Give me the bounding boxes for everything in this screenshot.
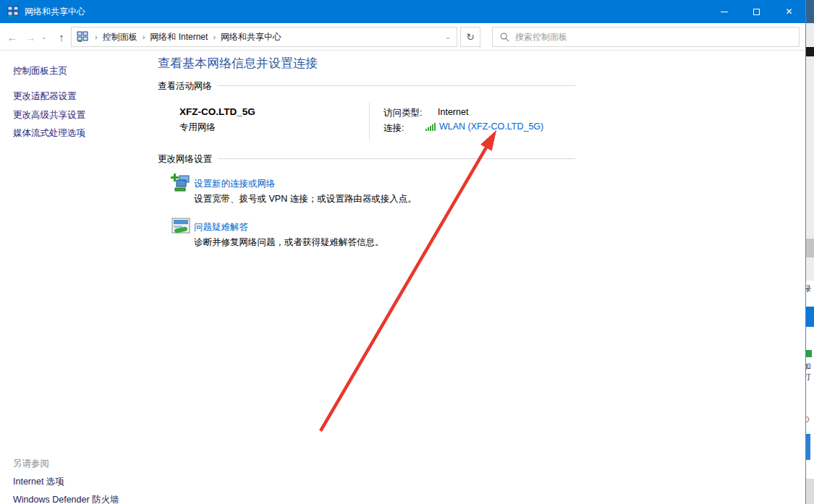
wifi-signal-icon [425, 122, 436, 131]
window-controls: ✕ [708, 0, 805, 23]
section-active-networks: 查看活动网络 [158, 80, 218, 93]
wlan-connection-text: WLAN (XFZ-CO.LTD_5G) [439, 121, 543, 132]
section-change-settings: 更改网络设置 [158, 153, 218, 166]
red-arrow-annotation [0, 0, 814, 504]
address-dropdown-chevron-icon[interactable]: ⌄ [439, 33, 457, 40]
window-title: 网络和共享中心 [25, 6, 85, 18]
close-button[interactable]: ✕ [773, 0, 805, 23]
internet-options-link[interactable]: Internet 选项 [13, 476, 64, 488]
edge-fragment [806, 47, 814, 56]
network-sharing-center-window: 网络和共享中心 ✕ ← → ⌄ ↑ › 控制面板 › [0, 0, 814, 504]
network-info-divider [369, 103, 370, 140]
wlan-connection-link[interactable]: WLAN (XFZ-CO.LTD_5G) [425, 121, 543, 132]
breadcrumb-separator: › [211, 33, 218, 41]
breadcrumb-network-sharing-center[interactable]: 网络和共享中心 [218, 31, 284, 43]
see-also-label: 另请参阅 [13, 458, 49, 470]
troubleshoot-link[interactable]: 问题疑难解答 [194, 221, 248, 234]
network-name: XFZ-CO.LTD_5G [179, 106, 255, 117]
minimize-button[interactable] [708, 0, 740, 23]
network-app-icon [7, 6, 19, 17]
troubleshoot-desc: 诊断并修复网络问题，或者获得疑难解答信息。 [194, 236, 384, 249]
title-bar: 网络和共享中心 ✕ [0, 0, 805, 23]
edge-fragment [806, 434, 810, 460]
network-profile: 专用网络 [179, 121, 216, 134]
minimize-icon [721, 12, 728, 12]
forward-button[interactable]: → [22, 23, 39, 51]
sidebar-item-media-streaming-options[interactable]: 媒体流式处理选项 [13, 127, 85, 140]
breadcrumb-separator: › [140, 33, 148, 41]
breadcrumb-network-internet[interactable]: 网络和 Internet [147, 31, 211, 43]
background-window-edge: 绿 加 打 O [805, 0, 814, 504]
maximize-icon [753, 9, 760, 15]
section-divider [205, 158, 575, 159]
history-chevron-icon[interactable]: ⌄ [39, 23, 49, 51]
connection-label: 连接: [383, 122, 404, 134]
troubleshoot-icon [171, 216, 191, 236]
sidebar-item-control-panel-home[interactable]: 控制面板主页 [13, 65, 67, 77]
network-breadcrumb-icon [77, 31, 88, 43]
breadcrumb-separator: › [93, 33, 100, 41]
windows-defender-firewall-link[interactable]: Windows Defender 防火墙 [13, 494, 119, 504]
edge-fragment [806, 350, 812, 357]
search-icon [500, 33, 509, 42]
maximize-button[interactable] [740, 0, 773, 23]
setup-new-connection-desc: 设置宽带、拨号或 VPN 连接；或设置路由器或接入点。 [194, 193, 417, 205]
refresh-button[interactable]: ↻ [460, 27, 480, 47]
navigation-toolbar: ← → ⌄ ↑ › 控制面板 › 网络和 Internet › 网络和共享中心 … [0, 23, 805, 51]
search-input[interactable] [515, 32, 799, 42]
breadcrumb-control-panel[interactable]: 控制面板 [100, 31, 140, 43]
sidebar-item-change-adapter-settings[interactable]: 更改适配器设置 [13, 90, 77, 103]
setup-new-connection-link[interactable]: 设置新的连接或网络 [194, 178, 276, 190]
edge-fragment [806, 479, 814, 504]
edge-highlight-fragment [806, 307, 814, 327]
edge-text-fragment: 打 [806, 372, 814, 382]
page-title: 查看基本网络信息并设置连接 [158, 55, 318, 72]
up-button[interactable]: ↑ [52, 23, 71, 51]
edge-text-fragment: 绿 [806, 283, 814, 295]
search-box [492, 27, 800, 47]
access-type-label: 访问类型: [383, 107, 422, 119]
section-divider [205, 85, 575, 86]
edge-text-fragment: O [806, 415, 814, 425]
sidebar-item-change-advanced-sharing[interactable]: 更改高级共享设置 [13, 109, 85, 121]
access-type-value: Internet [438, 107, 468, 117]
back-button[interactable]: ← [3, 23, 22, 51]
address-bar: › 控制面板 › 网络和 Internet › 网络和共享中心 ⌄ [71, 27, 457, 47]
setup-new-connection-icon [171, 174, 191, 194]
edge-text-fragment: 加 [806, 361, 814, 371]
edge-fragment [806, 0, 814, 23]
edge-fragment [806, 239, 814, 257]
